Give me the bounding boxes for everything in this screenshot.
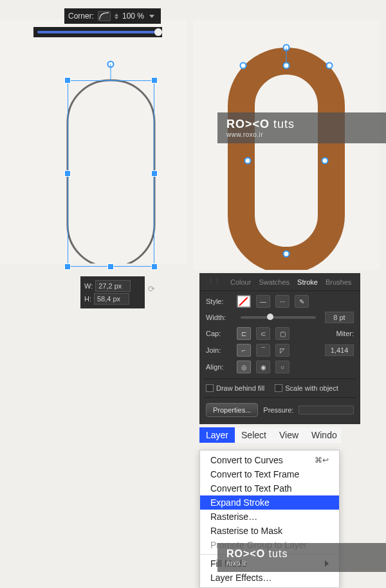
- anchor-bl[interactable]: [64, 263, 71, 270]
- width-input[interactable]: 27,2 px: [95, 280, 131, 292]
- anchor-tm2[interactable]: [283, 62, 290, 69]
- tab-stroke[interactable]: Stroke: [295, 277, 320, 287]
- anchor-tl[interactable]: [64, 77, 71, 84]
- draw-behind-checkbox[interactable]: Draw behind fill: [206, 384, 264, 392]
- size-panel: W:27,2 px H:58,4 px ⟳: [80, 276, 145, 308]
- scale-with-object-checkbox[interactable]: Scale with object: [275, 384, 338, 392]
- corner-label: Corner:: [68, 12, 94, 21]
- h-label: H:: [84, 295, 91, 303]
- align-inside-button[interactable]: ◉: [256, 361, 270, 373]
- chevron-down-icon[interactable]: [149, 15, 154, 18]
- canvas-left: [0, 19, 187, 263]
- style-none-button[interactable]: [237, 295, 251, 308]
- anchor-mr2[interactable]: [322, 157, 329, 165]
- menu-rasterise-mask[interactable]: Rasterise to Mask: [200, 524, 339, 538]
- tab-colour[interactable]: Colour: [228, 277, 253, 287]
- cap-butt-button[interactable]: ⊏: [237, 327, 251, 340]
- menu-expand-stroke[interactable]: Expand Stroke: [200, 495, 339, 510]
- cap-square-button[interactable]: ▢: [275, 327, 290, 340]
- height-input[interactable]: 58,4 px: [94, 293, 129, 305]
- pressure-input[interactable]: [299, 405, 354, 414]
- width-slider[interactable]: [241, 316, 316, 319]
- canvas-right: [193, 19, 380, 270]
- anchor-tr[interactable]: [151, 77, 158, 84]
- link-icon[interactable]: ⟳: [148, 284, 155, 294]
- style-label: Style:: [206, 298, 232, 305]
- menu-convert-curves[interactable]: Convert to Curves⌘↩: [200, 453, 339, 467]
- slider-thumb[interactable]: [154, 28, 162, 36]
- menu-window[interactable]: Windo: [305, 427, 344, 443]
- width-value-input[interactable]: 8 pt: [325, 312, 354, 323]
- join-bevel-button[interactable]: ◸: [275, 344, 290, 357]
- panel-grip-icon[interactable]: ⋮⋮: [205, 276, 223, 287]
- tab-swatches[interactable]: Swatches: [256, 277, 292, 287]
- miter-label: Miter:: [336, 330, 354, 337]
- anchor-mr[interactable]: [151, 170, 158, 177]
- anchor-bm[interactable]: [107, 263, 114, 270]
- properties-button[interactable]: Properties...: [206, 403, 258, 417]
- anchor-ml2[interactable]: [244, 157, 252, 165]
- cap-label: Cap:: [206, 330, 232, 337]
- corner-slider[interactable]: [33, 27, 162, 37]
- pressure-label: Pressure:: [263, 406, 293, 414]
- cap-round-button[interactable]: ⊂: [256, 327, 270, 340]
- style-dash-button[interactable]: ···: [275, 295, 290, 308]
- stroke-panel: ⋮⋮ Colour Swatches Stroke Brushes Style:…: [199, 273, 360, 424]
- menu-layer-effects[interactable]: Layer Effects…: [200, 571, 339, 585]
- menu-view[interactable]: View: [273, 427, 305, 443]
- style-solid-button[interactable]: —: [256, 295, 270, 308]
- corner-type-button[interactable]: [98, 11, 111, 21]
- join-round-button[interactable]: ⌒: [256, 344, 270, 357]
- panel-tabs: ⋮⋮ Colour Swatches Stroke Brushes: [199, 273, 360, 291]
- w-label: W:: [84, 282, 93, 290]
- corner-toolbar: Corner: 100 %: [64, 8, 161, 24]
- corner-stepper[interactable]: [115, 13, 118, 19]
- join-miter-button[interactable]: ⌐: [237, 344, 251, 357]
- anchor-br[interactable]: [151, 263, 158, 270]
- miter-value-input[interactable]: 1,414: [325, 344, 354, 356]
- anchor-tl2[interactable]: [240, 62, 247, 69]
- menu-bar: Layer Select View Windo: [199, 427, 341, 443]
- align-outside-button[interactable]: ○: [275, 361, 290, 373]
- join-label: Join:: [206, 346, 232, 354]
- anchor-tr2[interactable]: [326, 62, 333, 69]
- tab-brushes[interactable]: Brushes: [323, 277, 354, 287]
- watermark-1: RO><O tuts www.roxo.ir: [217, 112, 386, 143]
- align-label: Align:: [206, 363, 232, 371]
- anchor-ml[interactable]: [64, 170, 71, 177]
- menu-rasterise[interactable]: Rasterise…: [200, 510, 339, 524]
- width-label: Width:: [206, 314, 232, 321]
- menu-layer[interactable]: Layer: [199, 427, 235, 443]
- style-brush-button[interactable]: ✎: [295, 295, 309, 308]
- watermark-2: RO><O tuts roxo.ir: [217, 543, 386, 572]
- menu-convert-text-frame[interactable]: Convert to Text Frame: [200, 467, 339, 481]
- corner-percent: 100 %: [122, 12, 144, 21]
- svg-rect-1: [241, 61, 331, 260]
- align-center-button[interactable]: ◎: [237, 361, 251, 373]
- anchor-bm2[interactable]: [283, 251, 290, 258]
- bounding-box[interactable]: [68, 80, 154, 267]
- menu-convert-text-path[interactable]: Convert to Text Path: [200, 481, 339, 495]
- menu-select[interactable]: Select: [235, 427, 273, 443]
